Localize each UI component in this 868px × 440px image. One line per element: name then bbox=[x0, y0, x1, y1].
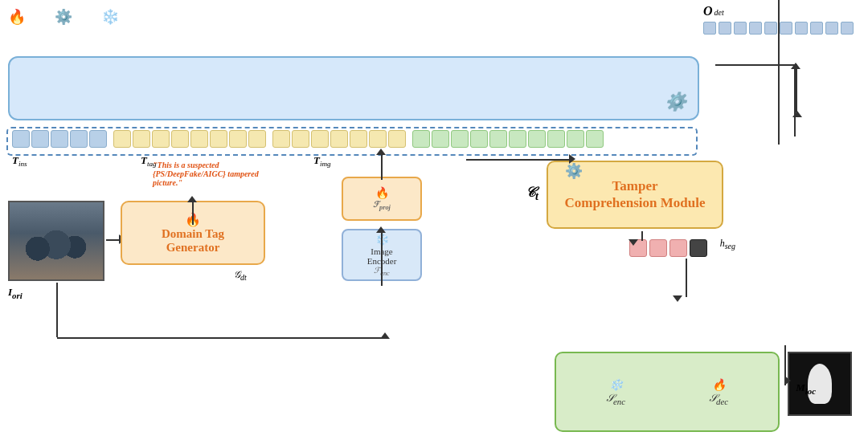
arrowhead-tcm-seg bbox=[628, 239, 638, 246]
input-token-yellow bbox=[133, 130, 150, 148]
arrowhead-fc-up bbox=[376, 149, 386, 155]
output-token bbox=[734, 22, 747, 35]
input-token-yellow bbox=[210, 130, 227, 148]
arrowhead-output bbox=[792, 111, 802, 117]
t-ins-sub: ins bbox=[18, 160, 27, 168]
output-token bbox=[703, 22, 716, 35]
output-token bbox=[810, 22, 823, 35]
output-area: O det bbox=[703, 4, 860, 35]
input-token-yellow bbox=[190, 130, 208, 148]
image-content bbox=[10, 202, 103, 279]
tcm-gear-icon: ⚙️ bbox=[565, 162, 583, 180]
input-token-yellow bbox=[272, 130, 290, 148]
dtg-sublabel: 𝒢dt bbox=[233, 269, 247, 282]
i-ori-label: Iori bbox=[8, 286, 23, 300]
input-token-blue bbox=[70, 130, 88, 148]
original-image bbox=[8, 201, 104, 281]
seg-tokens-row bbox=[629, 239, 707, 257]
input-token-blue bbox=[31, 130, 49, 148]
input-token-yellow bbox=[369, 130, 387, 148]
input-tokens-row bbox=[12, 130, 604, 148]
input-token-yellow bbox=[388, 130, 406, 148]
dtg-title-line1: Domain Tag bbox=[162, 227, 224, 241]
t-img-label-area: Timg bbox=[313, 154, 331, 168]
input-token-blue bbox=[89, 130, 107, 148]
t-img-sub: img bbox=[320, 160, 331, 168]
arrowhead-enc bbox=[380, 332, 390, 339]
output-token bbox=[825, 22, 838, 35]
t-img-label: T bbox=[313, 154, 320, 166]
arrow-img-enc-h bbox=[57, 337, 382, 339]
t-tag-label: T bbox=[141, 154, 147, 166]
token-gap bbox=[268, 130, 271, 148]
seg-token-dark bbox=[690, 239, 707, 257]
input-token-yellow bbox=[330, 130, 348, 148]
output-token bbox=[780, 22, 792, 35]
dtg-title-line2: Generator bbox=[166, 241, 220, 255]
input-token-green bbox=[432, 130, 449, 148]
legend: 🔥 ⚙️ ❄️ bbox=[8, 8, 124, 26]
legend-lora: ⚙️ bbox=[55, 8, 77, 26]
fc-layer-sublabel: ℱproj bbox=[373, 200, 391, 211]
input-token-yellow bbox=[171, 130, 189, 148]
sam-box: ❄️ 𝒮enc 🔥 𝒮dec bbox=[555, 352, 780, 432]
gear-blue-icon: ⚙️ bbox=[55, 8, 72, 26]
tcm-title-line2: Comprehension Module bbox=[565, 195, 706, 211]
arrow-to-sam-v bbox=[56, 283, 58, 337]
snowflake-icon: ❄️ bbox=[101, 8, 119, 26]
input-token-blue bbox=[51, 130, 68, 148]
arrowhead-tokens-tcm bbox=[569, 154, 575, 164]
arrow-fc-up bbox=[381, 154, 383, 180]
input-token-yellow bbox=[113, 130, 131, 148]
input-token-green bbox=[567, 130, 584, 148]
input-token-yellow bbox=[311, 130, 329, 148]
arrowhead-dtg-up bbox=[187, 196, 197, 202]
t-ins-label-area: Tins bbox=[12, 154, 27, 168]
token-gap bbox=[108, 130, 112, 148]
input-token-green bbox=[489, 130, 507, 148]
llm-gear-icon: ⚙️ bbox=[665, 92, 686, 112]
input-token-yellow bbox=[292, 130, 309, 148]
arrow-tokens-tcm bbox=[466, 159, 571, 161]
output-token bbox=[841, 22, 854, 35]
t-ins-label: T bbox=[12, 154, 18, 166]
fire-icon: 🔥 bbox=[8, 8, 26, 26]
arrowhead-enc-fc bbox=[376, 226, 386, 233]
legend-frozen: ❄️ bbox=[101, 8, 124, 26]
token-gap bbox=[407, 130, 411, 148]
fire-sam-dec-icon: 🔥 bbox=[712, 378, 726, 392]
llm-box: ⚙️ bbox=[8, 56, 699, 120]
sam-dec: 🔥 𝒮dec bbox=[709, 378, 728, 406]
input-token-green bbox=[470, 130, 488, 148]
output-token bbox=[749, 22, 762, 35]
legend-full-param: 🔥 bbox=[8, 8, 31, 26]
arrow-dtg-up bbox=[192, 201, 194, 225]
sam-dec-label: 𝒮dec bbox=[709, 392, 728, 406]
sam-enc: ❄️ 𝒮enc bbox=[606, 378, 625, 406]
arrowhead-seg-sam bbox=[673, 295, 682, 302]
arrow-tcm-seg bbox=[641, 231, 643, 241]
input-token-yellow bbox=[350, 130, 367, 148]
input-token-yellow bbox=[248, 130, 266, 148]
input-token-green bbox=[547, 130, 565, 148]
snowflake-sam-enc-icon: ❄️ bbox=[609, 378, 623, 392]
ct-label: 𝒞t bbox=[525, 185, 538, 203]
input-token-green bbox=[509, 130, 526, 148]
output-subscript: det bbox=[714, 8, 724, 17]
output-token bbox=[795, 22, 808, 35]
output-tokens bbox=[703, 22, 860, 35]
output-token bbox=[719, 22, 731, 35]
seg-token bbox=[649, 239, 667, 257]
input-token-green bbox=[528, 130, 546, 148]
arrow-seg-sam bbox=[686, 259, 687, 297]
fire-fc-icon: 🔥 bbox=[375, 186, 389, 200]
input-token-yellow bbox=[229, 130, 247, 148]
arrow-llm-output-v2 bbox=[796, 64, 797, 112]
arrow-enc-fc bbox=[381, 231, 383, 286]
arrow-llm-tcm-v bbox=[778, 0, 780, 145]
output-o-label: O bbox=[703, 4, 713, 18]
tcm-title-line1: Tamper bbox=[612, 178, 658, 194]
input-token-yellow bbox=[152, 130, 170, 148]
seg-token bbox=[669, 239, 687, 257]
i-ori-sub: ori bbox=[12, 291, 23, 300]
